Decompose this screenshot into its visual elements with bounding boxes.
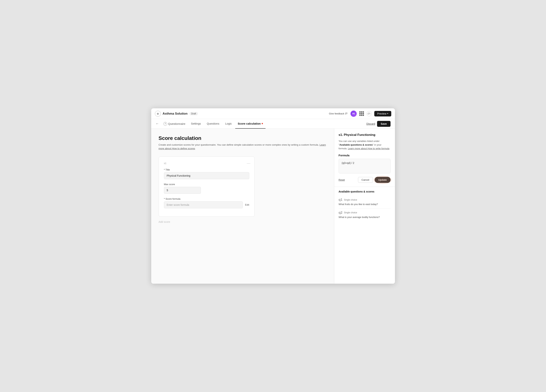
formula-box: (q3+q4) / 2 (339, 159, 390, 174)
update-button[interactable]: Update (375, 177, 390, 183)
q2-item: q2 Single choice What is your average bo… (339, 209, 390, 221)
app-window: ⊕ Asthma Solution Draft Give feedback Hi… (151, 108, 395, 284)
max-score-input[interactable]: 5 (164, 187, 201, 194)
back-icon: ← (156, 122, 159, 126)
grid-icon[interactable] (359, 111, 364, 116)
flag-icon (345, 112, 348, 115)
right-panel: s1. Physical Functioning You can use any… (334, 129, 395, 284)
tab-questions[interactable]: Questions (204, 119, 222, 129)
formula-field-group: * Score formula Enter score formula Edit (164, 198, 249, 208)
tab-score-calculation[interactable]: Score calculation (235, 119, 266, 129)
available-section: Available questions & scores q1 Single c… (334, 187, 395, 284)
formula-value: (q3+q4) / 2 (342, 161, 354, 164)
topbar-left: ⊕ Asthma Solution Draft (155, 111, 198, 117)
available-section-title: Available questions & scores (339, 190, 390, 193)
right-panel-title: s1. Physical Functioning (339, 133, 390, 137)
q1-type: Single choice (344, 199, 357, 201)
topbar: ⊕ Asthma Solution Draft Give feedback Hi… (151, 108, 395, 119)
q2-text: What is your average bodily functions? (339, 216, 390, 219)
edit-button[interactable]: Edit (245, 203, 249, 206)
title-field-group: * Title Physical Functioning (164, 168, 249, 179)
questionnaire-nav-label: Questionnaire (168, 122, 185, 125)
navbar: ← ? Questionnaire Settings Questions Log… (151, 119, 395, 129)
score-index-label: s1 (164, 162, 249, 165)
questionnaire-nav-item[interactable]: ? Questionnaire (161, 122, 188, 126)
q1-text: What fruits do you like to east today? (339, 203, 390, 206)
app-title: Asthma Solution (163, 112, 188, 116)
tab-logic[interactable]: Logic (223, 119, 234, 129)
back-button[interactable]: ← (156, 122, 159, 126)
q1-item: q1 Single choice What fruits do you like… (339, 196, 390, 208)
add-score-button[interactable]: Add score (159, 220, 170, 223)
tab-settings[interactable]: Settings (188, 119, 203, 129)
cancel-button[interactable]: Cancel (358, 177, 373, 183)
avatar: Hi (351, 110, 357, 117)
content-area: Score calculation Create and customize s… (151, 129, 395, 284)
right-panel-info: You can use any variables listed under "… (339, 139, 390, 150)
formula-row: Enter score formula Edit (164, 201, 249, 208)
unsaved-dot (262, 123, 263, 124)
formula-section-label: Formula (339, 154, 390, 157)
max-score-label: Max score (164, 183, 249, 186)
right-panel-top: s1. Physical Functioning You can use any… (334, 129, 395, 187)
title-field-label: * Title (164, 168, 249, 171)
preview-button[interactable]: Preview ▾ (374, 111, 391, 116)
draft-badge: Draft (189, 112, 198, 115)
feedback-label: Give feedback (329, 112, 344, 115)
score-card: s1 ··· * Title Physical Functioning Max … (159, 156, 255, 217)
main-panel: Score calculation Create and customize s… (151, 129, 334, 284)
topbar-right: Give feedback Hi Preview ▾ (329, 110, 391, 117)
more-options-button[interactable]: ··· (247, 161, 251, 165)
max-score-field-group: Max score 5 (164, 183, 249, 194)
nav-actions: Discard Save (366, 121, 390, 127)
page-subtitle: Create and customize scores for your que… (159, 143, 327, 151)
questionnaire-icon: ? (163, 122, 167, 126)
q1-id: q1 (339, 198, 343, 202)
logo-icon: ⊕ (155, 111, 161, 117)
formula-field-label: * Score formula (164, 198, 249, 200)
page-title: Score calculation (159, 135, 327, 141)
preview-label: Preview (377, 112, 386, 115)
reset-button[interactable]: Reset (339, 179, 345, 181)
title-input[interactable]: Physical Functioning (164, 172, 249, 179)
preview-caret-icon: ▾ (387, 112, 388, 115)
feedback-button[interactable]: Give feedback (329, 112, 348, 115)
cloud-icon (366, 111, 372, 116)
q2-id: q2 (339, 211, 343, 215)
save-button[interactable]: Save (377, 121, 390, 127)
q2-type: Single choice (344, 211, 357, 214)
formula-input[interactable]: Enter score formula (164, 201, 243, 208)
learn-more-formula-link[interactable]: Learn more about How to write formula (348, 147, 390, 150)
discard-button[interactable]: Discard (366, 122, 375, 125)
right-panel-actions: Reset Cancel Update (339, 177, 390, 183)
